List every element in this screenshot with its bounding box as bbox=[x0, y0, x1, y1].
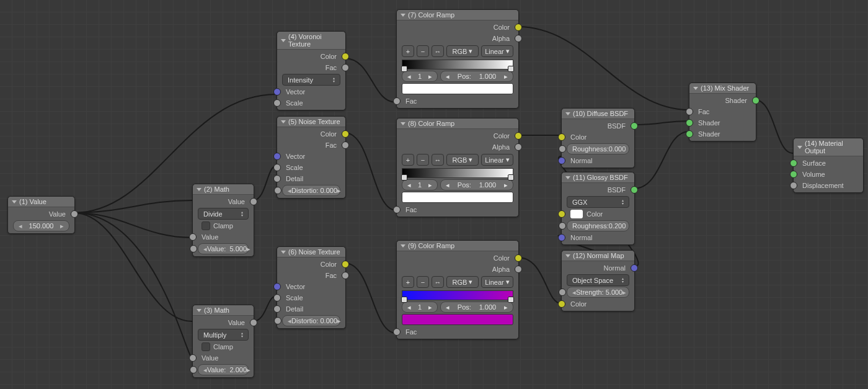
ramp-stop[interactable] bbox=[508, 297, 514, 303]
ramp-add-button[interactable]: + bbox=[402, 45, 414, 57]
distortion-field[interactable]: ◂Distortio: 0.000▸ bbox=[282, 185, 340, 196]
ramp-interp-mode[interactable]: Linear ▾ bbox=[481, 154, 513, 166]
socket-out[interactable] bbox=[71, 210, 78, 218]
socket-in[interactable] bbox=[273, 99, 281, 107]
ramp-color-swatch[interactable] bbox=[402, 314, 513, 325]
socket-in[interactable] bbox=[790, 159, 797, 167]
ramp-gradient[interactable] bbox=[402, 60, 513, 69]
ramp-stop[interactable] bbox=[401, 66, 407, 72]
socket-in[interactable] bbox=[558, 133, 565, 141]
ramp-color-mode[interactable]: RGB ▾ bbox=[446, 154, 479, 166]
ramp-interp-mode[interactable]: Linear ▾ bbox=[481, 276, 513, 288]
node-glossy-bsdf[interactable]: (11) Glossy BSDF BSDF GGX▴▾ Color Roughn… bbox=[561, 172, 635, 245]
node-header[interactable]: (6) Noise Texture bbox=[277, 247, 345, 257]
socket-out[interactable] bbox=[515, 132, 522, 140]
math-mode-dropdown[interactable]: Divide▴▾ bbox=[198, 208, 249, 220]
socket-in[interactable] bbox=[790, 171, 797, 178]
ramp-pos-field[interactable]: ◂Pos:1.000▸ bbox=[440, 179, 513, 190]
node-normal-map[interactable]: (12) Normal Map Normal Object Space▴▾ ◂S… bbox=[561, 250, 635, 311]
normal-space-dropdown[interactable]: Object Space▴▾ bbox=[567, 274, 629, 286]
node-header[interactable]: (8) Color Ramp bbox=[397, 118, 518, 129]
node-header[interactable]: (1) Value bbox=[8, 197, 74, 207]
collapse-icon[interactable] bbox=[565, 112, 570, 115]
collapse-icon[interactable] bbox=[12, 200, 17, 203]
node-header[interactable]: (12) Normal Map bbox=[562, 251, 634, 261]
node-color-ramp-1[interactable]: (7) Color Ramp Color Alpha + − ↔ RGB ▾ L… bbox=[396, 9, 519, 109]
socket-in[interactable] bbox=[558, 157, 565, 164]
ramp-color-swatch[interactable] bbox=[402, 83, 513, 94]
collapse-icon[interactable] bbox=[197, 188, 202, 191]
ramp-index-field[interactable]: ◂1▸ bbox=[402, 71, 438, 82]
collapse-icon[interactable] bbox=[565, 176, 570, 179]
socket-in[interactable] bbox=[558, 300, 565, 308]
node-header[interactable]: (4) Voronoi Texture bbox=[277, 32, 345, 50]
node-voronoi-texture[interactable]: (4) Voronoi Texture Color Fac Intensity▴… bbox=[277, 31, 346, 110]
node-value[interactable]: (1) Value Value ◂150.000▸ bbox=[7, 196, 75, 234]
ramp-add-button[interactable]: + bbox=[402, 154, 414, 166]
ramp-flip-button[interactable]: ↔ bbox=[432, 154, 444, 166]
node-header[interactable]: (5) Noise Texture bbox=[277, 117, 345, 127]
socket-in[interactable] bbox=[393, 328, 401, 336]
socket-out[interactable] bbox=[342, 64, 349, 71]
ramp-color-mode[interactable]: RGB ▾ bbox=[446, 45, 479, 57]
node-noise-texture-2[interactable]: (6) Noise Texture Color Fac Vector Scale… bbox=[277, 246, 346, 329]
node-math-multiply[interactable]: (3) Math Value Multiply▴▾ Clamp Value ◂V… bbox=[192, 305, 254, 378]
socket-in[interactable] bbox=[273, 88, 281, 96]
node-header[interactable]: (11) Glossy BSDF bbox=[562, 172, 634, 183]
node-header[interactable]: (3) Math bbox=[193, 305, 254, 316]
socket-out[interactable] bbox=[631, 186, 638, 194]
node-math-divide[interactable]: (2) Math Value Divide▴▾ Clamp Value ◂Val… bbox=[192, 184, 254, 257]
socket-out[interactable] bbox=[250, 198, 257, 205]
socket-in[interactable] bbox=[393, 97, 401, 105]
socket-in[interactable] bbox=[558, 210, 565, 218]
socket-in[interactable] bbox=[273, 294, 281, 302]
socket-in[interactable] bbox=[393, 206, 401, 213]
socket-out[interactable] bbox=[515, 266, 522, 273]
socket-in[interactable] bbox=[273, 305, 281, 313]
collapse-icon[interactable] bbox=[401, 14, 405, 17]
ramp-add-button[interactable]: + bbox=[402, 276, 414, 288]
socket-in[interactable] bbox=[189, 354, 197, 362]
glossy-mode-dropdown[interactable]: GGX▴▾ bbox=[567, 196, 629, 208]
socket-out[interactable] bbox=[515, 143, 522, 151]
ramp-stop[interactable] bbox=[401, 297, 407, 303]
socket-in[interactable] bbox=[559, 222, 566, 230]
strength-field[interactable]: ◂Strength: 5.000▸ bbox=[567, 287, 629, 298]
ramp-stop[interactable] bbox=[508, 66, 514, 72]
ramp-stop[interactable] bbox=[508, 174, 514, 181]
node-color-ramp-2[interactable]: (8) Color Ramp Color Alpha + − ↔ RGB ▾ L… bbox=[396, 118, 519, 217]
value-field[interactable]: ◂Value: 2.000▸ bbox=[198, 364, 249, 375]
collapse-icon[interactable] bbox=[401, 244, 405, 248]
ramp-remove-button[interactable]: − bbox=[417, 276, 429, 288]
ramp-index-field[interactable]: ◂1▸ bbox=[402, 179, 438, 190]
socket-in[interactable] bbox=[273, 175, 281, 182]
socket-out[interactable] bbox=[250, 319, 257, 326]
socket-in[interactable] bbox=[686, 108, 693, 115]
ramp-color-mode[interactable]: RGB ▾ bbox=[446, 276, 479, 288]
socket-in[interactable] bbox=[559, 145, 566, 153]
ramp-remove-button[interactable]: − bbox=[417, 154, 429, 166]
socket-in[interactable] bbox=[273, 164, 281, 171]
ramp-flip-button[interactable]: ↔ bbox=[432, 45, 444, 57]
color-swatch[interactable] bbox=[570, 210, 583, 218]
socket-in[interactable] bbox=[559, 288, 566, 296]
collapse-icon[interactable] bbox=[797, 146, 802, 149]
collapse-icon[interactable] bbox=[565, 254, 570, 257]
socket-in[interactable] bbox=[790, 182, 797, 189]
socket-out[interactable] bbox=[752, 97, 760, 104]
socket-in[interactable] bbox=[274, 317, 281, 324]
value-field[interactable]: ◂Value: 5.000▸ bbox=[198, 243, 249, 254]
roughness-field[interactable]: Roughness:0.200 bbox=[567, 220, 629, 231]
math-mode-dropdown[interactable]: Multiply▴▾ bbox=[198, 329, 249, 341]
socket-out[interactable] bbox=[515, 254, 522, 262]
node-header[interactable]: (14) Material Output bbox=[794, 138, 863, 156]
socket-in[interactable] bbox=[273, 283, 281, 290]
ramp-color-swatch[interactable] bbox=[402, 192, 513, 203]
socket-in[interactable] bbox=[190, 366, 197, 373]
socket-out[interactable] bbox=[342, 141, 349, 149]
node-diffuse-bsdf[interactable]: (10) Diffuse BSDF BSDF Color Roughness:0… bbox=[561, 108, 635, 168]
ramp-stop[interactable] bbox=[401, 174, 407, 181]
socket-in[interactable] bbox=[686, 119, 693, 127]
socket-out[interactable] bbox=[515, 35, 522, 42]
socket-in[interactable] bbox=[274, 187, 281, 194]
